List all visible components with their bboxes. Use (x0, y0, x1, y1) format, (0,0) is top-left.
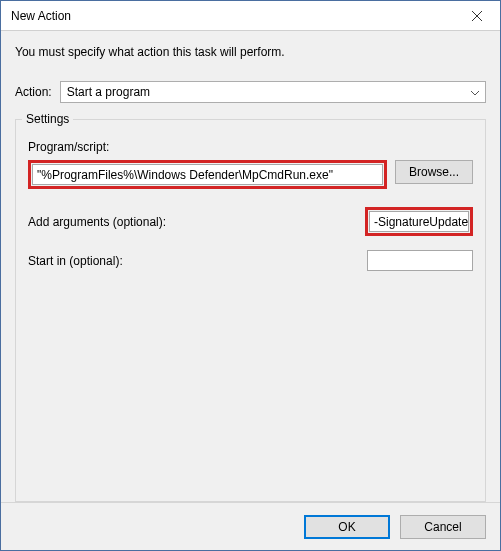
close-icon (472, 11, 482, 21)
cancel-button[interactable]: Cancel (400, 515, 486, 539)
ok-button-label: OK (338, 520, 355, 534)
action-row: Action: Start a program (15, 81, 486, 103)
action-select[interactable]: Start a program (60, 81, 486, 103)
action-select-value: Start a program (67, 85, 150, 99)
ok-button[interactable]: OK (304, 515, 390, 539)
program-input-highlight: "%ProgramFiles%\Windows Defender\MpCmdRu… (28, 160, 387, 189)
program-label: Program/script: (28, 140, 473, 154)
chevron-down-icon (471, 85, 479, 99)
program-input-value: "%ProgramFiles%\Windows Defender\MpCmdRu… (37, 168, 333, 182)
close-button[interactable] (454, 1, 500, 31)
program-input[interactable]: "%ProgramFiles%\Windows Defender\MpCmdRu… (32, 164, 383, 185)
arguments-label: Add arguments (optional): (28, 215, 357, 229)
settings-group: Settings Program/script: "%ProgramFiles%… (15, 119, 486, 502)
content-area: You must specify what action this task w… (1, 31, 500, 502)
settings-legend: Settings (22, 112, 73, 126)
instruction-text: You must specify what action this task w… (15, 45, 486, 59)
dialog-new-action: New Action You must specify what action … (0, 0, 501, 551)
arguments-input-highlight: -SignatureUpdate (365, 207, 473, 236)
browse-button-label: Browse... (409, 165, 459, 179)
arguments-input[interactable]: -SignatureUpdate (369, 211, 469, 232)
footer: OK Cancel (1, 502, 500, 550)
startin-label: Start in (optional): (28, 254, 359, 268)
cancel-button-label: Cancel (424, 520, 461, 534)
browse-button[interactable]: Browse... (395, 160, 473, 184)
action-label: Action: (15, 85, 52, 99)
titlebar: New Action (1, 1, 500, 31)
arguments-input-value: -SignatureUpdate (374, 215, 468, 229)
window-title: New Action (11, 9, 454, 23)
startin-input[interactable] (367, 250, 473, 271)
